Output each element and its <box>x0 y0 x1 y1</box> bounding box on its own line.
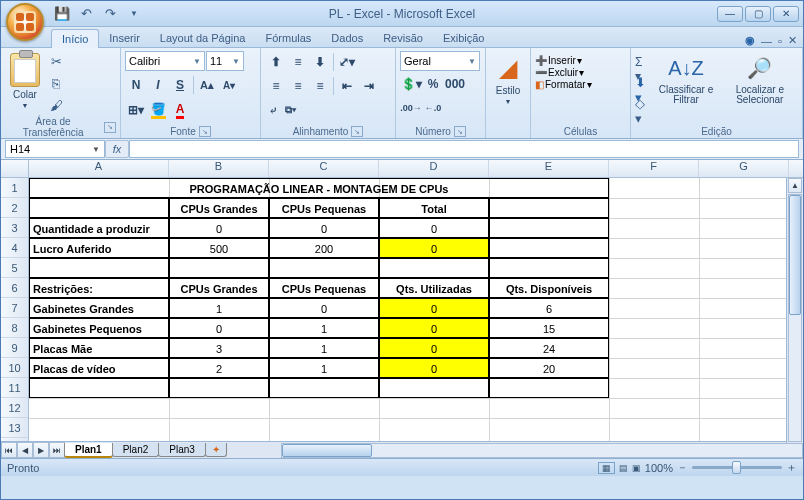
border-button[interactable]: ⊞▾ <box>125 99 147 121</box>
font-size-combo[interactable]: 11▼ <box>206 51 244 71</box>
name-box[interactable]: H14▼ <box>5 140 105 158</box>
sheet-tab-plan2[interactable]: Plan2 <box>112 443 160 457</box>
tab-inicio[interactable]: Início <box>51 29 99 48</box>
cell[interactable]: 0 <box>169 318 269 338</box>
new-sheet-button[interactable]: ✦ <box>205 443 227 457</box>
tab-exibicao[interactable]: Exibição <box>433 29 495 47</box>
zoom-out-button[interactable]: － <box>677 460 688 475</box>
cell[interactable]: 24 <box>489 338 609 358</box>
row-header[interactable]: 4 <box>1 238 28 258</box>
align-top-button[interactable]: ⬆ <box>265 51 287 73</box>
restore-workbook-button[interactable]: ▫ <box>778 35 782 47</box>
minimize-button[interactable]: — <box>717 6 743 22</box>
cell[interactable] <box>269 258 379 278</box>
cell[interactable]: 15 <box>489 318 609 338</box>
row-header[interactable]: 7 <box>1 298 28 318</box>
font-name-combo[interactable]: Calibri▼ <box>125 51 205 71</box>
cell[interactable]: 1 <box>169 298 269 318</box>
cell[interactable] <box>29 378 169 398</box>
save-icon[interactable]: 💾 <box>53 5 71 23</box>
cell[interactable]: 2 <box>169 358 269 378</box>
cell[interactable]: CPUs Pequenas <box>269 198 379 218</box>
decrease-decimal-button[interactable]: ←.0 <box>422 97 444 119</box>
scroll-up-button[interactable]: ▲ <box>788 178 802 193</box>
select-all-corner[interactable] <box>1 160 29 177</box>
align-center-button[interactable]: ≡ <box>287 75 309 97</box>
cell[interactable]: 3 <box>169 338 269 358</box>
view-layout-button[interactable]: ▤ <box>619 463 628 473</box>
view-normal-button[interactable]: ▦ <box>598 462 615 474</box>
cell[interactable] <box>169 258 269 278</box>
currency-button[interactable]: 💲▾ <box>400 73 422 95</box>
tab-nav-next[interactable]: ▶ <box>33 442 49 458</box>
col-header-a[interactable]: A <box>29 160 169 177</box>
decrease-indent-button[interactable]: ⇤ <box>336 75 358 97</box>
align-middle-button[interactable]: ≡ <box>287 51 309 73</box>
row-header[interactable]: 8 <box>1 318 28 338</box>
cell[interactable]: Gabinetes Pequenos <box>29 318 169 338</box>
tab-formulas[interactable]: Fórmulas <box>256 29 322 47</box>
view-pagebreak-button[interactable]: ▣ <box>632 463 641 473</box>
cell[interactable]: 0 <box>269 298 379 318</box>
redo-icon[interactable]: ↷ <box>101 5 119 23</box>
tab-inserir[interactable]: Inserir <box>99 29 150 47</box>
cell[interactable]: Total <box>379 198 489 218</box>
zoom-in-button[interactable]: ＋ <box>786 460 797 475</box>
cell[interactable] <box>29 198 169 218</box>
fx-button[interactable]: fx <box>105 140 129 158</box>
cell[interactable] <box>269 378 379 398</box>
style-button[interactable]: ◢ Estilo ▼ <box>490 51 526 136</box>
copy-icon[interactable]: ⎘ <box>46 73 66 93</box>
clipboard-dlg-icon[interactable]: ↘ <box>104 122 116 133</box>
tab-revisao[interactable]: Revisão <box>373 29 433 47</box>
cell[interactable] <box>169 378 269 398</box>
sheet-tab-plan3[interactable]: Plan3 <box>158 443 206 457</box>
tab-nav-prev[interactable]: ◀ <box>17 442 33 458</box>
align-bottom-button[interactable]: ⬇ <box>309 51 331 73</box>
cut-icon[interactable]: ✂ <box>46 51 66 71</box>
row-header[interactable]: 12 <box>1 398 28 418</box>
cell[interactable]: 0 <box>169 218 269 238</box>
underline-button[interactable]: S <box>169 74 191 96</box>
close-workbook-button[interactable]: ✕ <box>788 34 797 47</box>
row-header[interactable]: 11 <box>1 378 28 398</box>
increase-decimal-button[interactable]: .00→ <box>400 97 422 119</box>
delete-cells-button[interactable]: ➖Excluir ▾ <box>535 67 626 78</box>
align-dlg-icon[interactable]: ↘ <box>351 126 363 137</box>
cell[interactable]: 1 <box>269 358 379 378</box>
font-color-button[interactable]: A <box>169 99 191 121</box>
col-header-b[interactable]: B <box>169 160 269 177</box>
insert-cells-button[interactable]: ➕Inserir ▾ <box>535 55 626 66</box>
bold-button[interactable]: N <box>125 74 147 96</box>
font-dlg-icon[interactable]: ↘ <box>199 126 211 137</box>
format-cells-button[interactable]: ◧Formatar ▾ <box>535 79 626 90</box>
maximize-button[interactable]: ▢ <box>745 6 771 22</box>
align-left-button[interactable]: ≡ <box>265 75 287 97</box>
tab-layout[interactable]: Layout da Página <box>150 29 256 47</box>
vertical-scrollbar[interactable]: ▲ ▼ <box>786 178 803 441</box>
align-right-button[interactable]: ≡ <box>309 75 331 97</box>
cell[interactable] <box>379 378 489 398</box>
row-header[interactable]: 6 <box>1 278 28 298</box>
cell[interactable]: PROGRAMAÇÃO LINEAR - MONTAGEM DE CPUs <box>29 178 609 198</box>
clear-button[interactable]: ◇ ▾ <box>635 101 650 121</box>
merge-button[interactable]: ⧉▾ <box>281 99 300 121</box>
tab-nav-first[interactable]: ⏮ <box>1 442 17 458</box>
cell[interactable] <box>489 198 609 218</box>
row-header[interactable]: 1 <box>1 178 28 198</box>
close-button[interactable]: ✕ <box>773 6 799 22</box>
col-header-d[interactable]: D <box>379 160 489 177</box>
find-select-button[interactable]: 🔎 Localizar e Selecionar <box>722 51 798 125</box>
cell[interactable]: 0 <box>379 218 489 238</box>
cell[interactable]: 0 <box>379 318 489 338</box>
comma-button[interactable]: 000 <box>444 73 466 95</box>
cell[interactable]: Qts. Disponíveis <box>489 278 609 298</box>
cell[interactable]: 200 <box>269 238 379 258</box>
percent-button[interactable]: % <box>422 73 444 95</box>
row-header[interactable]: 5 <box>1 258 28 278</box>
number-dlg-icon[interactable]: ↘ <box>454 126 466 137</box>
cell[interactable] <box>489 218 609 238</box>
undo-icon[interactable]: ↶ <box>77 5 95 23</box>
cell[interactable] <box>489 258 609 278</box>
formula-input[interactable] <box>129 140 799 158</box>
